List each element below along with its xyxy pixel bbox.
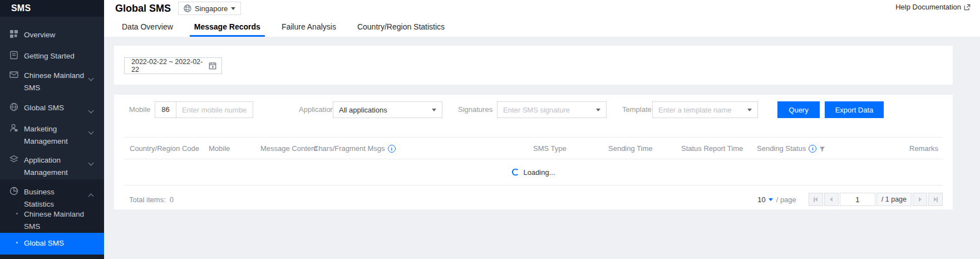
sidebar-item-global-sms[interactable]: Global SMS: [0, 102, 104, 114]
column-header-message-content: Message Content: [260, 138, 317, 160]
per-page-label: / page: [776, 196, 796, 204]
caret-down-icon: [231, 7, 235, 10]
column-header-sending-time: Sending Time: [608, 138, 653, 160]
sidebar-app-title: SMS: [0, 0, 104, 17]
total-items-value: 0: [170, 196, 174, 204]
tab-data-overview[interactable]: Data Overview: [121, 20, 174, 37]
mobile-number-input[interactable]: [176, 102, 253, 118]
sidebar-item-marketing-management[interactable]: Marketing Management: [0, 123, 104, 148]
country-code-field[interactable]: 86: [155, 102, 176, 118]
mobile-input-group: 86: [155, 101, 253, 118]
spinner-icon: [511, 169, 519, 176]
table-loading-row: Loading...: [124, 159, 943, 185]
tab-bar: Data Overview Message Records Failure An…: [121, 20, 465, 37]
column-header-sending-status: Sending Status i: [757, 138, 825, 160]
sidebar-subitem-label: Chinese Mainland SMS: [24, 208, 93, 233]
layers-icon: [9, 155, 18, 164]
chevron-up-icon: [89, 192, 93, 200]
application-select[interactable]: All applications: [333, 101, 442, 118]
external-link-icon: [964, 4, 971, 11]
column-header-country-region-code: Country/Region Code: [130, 138, 199, 160]
pagination-controls: / 1 page: [809, 193, 943, 206]
help-documentation-link[interactable]: Help Documentation: [895, 3, 971, 11]
region-value: Singapore: [195, 4, 228, 13]
bullet-icon: [16, 242, 18, 243]
last-page-button[interactable]: [928, 193, 943, 206]
table-header-row: Country/Region Code Mobile Message Conte…: [124, 137, 943, 159]
total-items-label: Total items:: [129, 196, 166, 204]
chevron-down-icon: [89, 74, 93, 82]
sidebar-item-label: Marketing Management: [24, 123, 86, 148]
pie-chart-icon: [9, 187, 18, 196]
chevron-down-icon: [89, 158, 93, 167]
signatures-select[interactable]: Enter SMS signature: [497, 101, 607, 118]
first-page-button[interactable]: [809, 193, 823, 206]
help-link-label: Help Documentation: [895, 3, 961, 11]
page-number-input[interactable]: [840, 193, 875, 206]
template-select[interactable]: Enter a template name: [652, 101, 758, 118]
page-size-selector[interactable]: 10: [757, 196, 772, 204]
chevron-down-icon: [89, 127, 93, 135]
loading-text: Loading...: [523, 168, 555, 177]
sidebar-item-business-statistics[interactable]: Business Statistics: [0, 186, 104, 211]
mobile-label: Mobile: [129, 101, 150, 118]
info-icon[interactable]: i: [388, 145, 396, 153]
filter-row: Mobile 86 Application All applications S…: [114, 101, 953, 118]
sidebar-item-label: Chinese Mainland SMS: [24, 70, 86, 94]
person-icon: [9, 124, 18, 133]
document-icon: [9, 51, 18, 60]
sidebar-item-application-management[interactable]: Application Management: [0, 154, 104, 179]
filter-funnel-icon[interactable]: [819, 146, 825, 152]
bullet-icon: [16, 213, 18, 214]
date-range-value: 2022-02-22 ~ 2022-02-22: [131, 58, 209, 74]
template-placeholder: Enter a template name: [658, 106, 747, 114]
column-header-mobile: Mobile: [209, 138, 230, 160]
query-button[interactable]: Query: [777, 101, 820, 118]
page-header: Global SMS Singapore Help Documentation …: [104, 0, 980, 37]
records-table: Country/Region Code Mobile Message Conte…: [124, 137, 943, 185]
total-items: Total items: 0: [129, 196, 174, 204]
column-header-remarks: Remarks: [909, 138, 938, 160]
sidebar-item-overview[interactable]: Overview: [0, 29, 104, 41]
sidebar-item-getting-started[interactable]: Getting Started: [0, 50, 104, 62]
sidebar-subitem-global-sms[interactable]: Global SMS: [0, 233, 104, 255]
page-title: Global SMS: [115, 3, 171, 14]
column-header-status-report-time: Status Report Time: [681, 138, 743, 160]
caret-down-icon: [747, 109, 752, 111]
records-card: Mobile 86 Application All applications S…: [114, 95, 953, 209]
sidebar-item-label: Application Management: [24, 154, 86, 179]
column-header-sms-type: SMS Type: [533, 138, 567, 160]
region-selector[interactable]: Singapore: [178, 2, 241, 15]
calendar-icon: [209, 62, 216, 70]
previous-page-button[interactable]: [824, 193, 839, 206]
application-value: All applications: [339, 106, 432, 114]
tab-country-region-statistics[interactable]: Country/Region Statistics: [356, 20, 446, 37]
date-filter-card: 2022-02-22 ~ 2022-02-22: [114, 46, 953, 85]
globe-icon: [184, 4, 191, 12]
sidebar-item-label: Business Statistics: [24, 186, 86, 211]
loading-indicator: Loading...: [511, 168, 555, 177]
signatures-placeholder: Enter SMS signature: [503, 106, 596, 114]
caret-down-icon: [432, 109, 436, 111]
table-footer: Total items: 0 10 / page / 1 page: [129, 193, 943, 206]
sidebar-item-label: Getting Started: [24, 50, 86, 62]
page-size-value: 10: [757, 196, 765, 204]
info-icon[interactable]: i: [809, 145, 816, 153]
tab-failure-analysis[interactable]: Failure Analysis: [280, 20, 337, 37]
date-range-picker[interactable]: 2022-02-22 ~ 2022-02-22: [124, 57, 222, 74]
tab-message-records[interactable]: Message Records: [193, 20, 262, 37]
caret-down-icon: [596, 109, 600, 111]
sidebar-subitem-chinese-mainland-sms[interactable]: Chinese Mainland SMS: [0, 208, 104, 233]
sidebar-item-chinese-mainland-sms[interactable]: Chinese Mainland SMS: [0, 70, 104, 94]
mail-icon: [9, 70, 18, 79]
next-page-button[interactable]: [913, 193, 927, 206]
caret-down-icon: [769, 198, 773, 201]
export-data-button[interactable]: Export Data: [825, 101, 884, 118]
sidebar: SMS Overview Getting Started Chinese Mai…: [0, 0, 104, 259]
page-count-label: / 1 page: [876, 193, 912, 206]
globe-icon: [9, 102, 18, 111]
column-header-label: Chars/Fragment Msgs: [313, 138, 385, 160]
grid-icon: [9, 30, 18, 38]
template-label: Template: [622, 101, 652, 118]
sidebar-item-label: Global SMS: [24, 102, 86, 114]
